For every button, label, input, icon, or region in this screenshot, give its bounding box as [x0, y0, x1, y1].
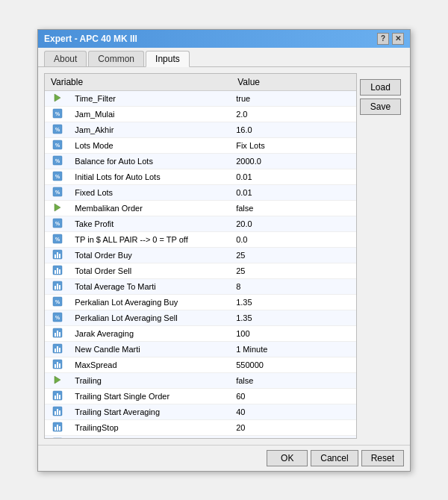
bottom-buttons: OK Cancel Reset	[38, 445, 410, 471]
row-icon-cell: %	[45, 294, 70, 310]
table-row[interactable]: % Perkalian Lot Averaging Sell 1.35	[45, 310, 356, 325]
svg-rect-52	[55, 411, 56, 415]
svg-text:%: %	[55, 158, 60, 163]
table-row[interactable]: Total Order Sell 25	[45, 263, 356, 278]
row-value: 1 Minute	[231, 341, 356, 357]
table-row[interactable]: % Initial Lots for Auto Lots 0.01	[45, 169, 356, 184]
svg-rect-39	[55, 349, 56, 352]
table-row[interactable]: MagicID 999	[45, 435, 356, 439]
row-value: 40	[231, 404, 356, 419]
row-variable: Perkalian Lot Averaging Sell	[70, 310, 231, 325]
row-value: false	[231, 200, 356, 216]
svg-rect-48	[55, 396, 56, 399]
table-row[interactable]: % Take Profit 20.0	[45, 216, 356, 231]
row-variable: MagicID	[70, 435, 231, 439]
table-row[interactable]: % Perkalian Lot Averaging Buy 1.35	[45, 294, 356, 310]
svg-rect-21	[59, 254, 60, 258]
ok-button[interactable]: OK	[267, 450, 308, 466]
row-icon-cell: %	[45, 231, 70, 247]
svg-rect-37	[59, 332, 60, 337]
svg-text:%: %	[55, 143, 60, 148]
row-value: false	[231, 372, 356, 388]
svg-rect-28	[57, 284, 58, 290]
variables-table-container[interactable]: Variable Value Time_Filter true % Jam_Mu…	[44, 73, 357, 439]
row-icon-cell	[45, 325, 70, 341]
svg-text:%: %	[55, 299, 60, 304]
row-variable: TrailingStop	[70, 419, 231, 435]
row-value: 0.01	[231, 184, 356, 200]
svg-rect-29	[59, 285, 60, 290]
svg-rect-40	[57, 346, 58, 352]
tab-bar: About Common Inputs	[38, 48, 410, 67]
table-row[interactable]: % Lots Mode Fix Lots	[45, 137, 356, 153]
row-value: Fix Lots	[231, 137, 356, 153]
col-variable: Variable	[45, 74, 231, 91]
tab-inputs[interactable]: Inputs	[146, 51, 190, 67]
table-row[interactable]: % Jam_Akhir 16.0	[45, 122, 356, 137]
reset-button[interactable]: Reset	[361, 450, 404, 466]
row-variable: Trailing Start Single Order	[70, 388, 231, 404]
row-icon-cell	[45, 435, 70, 439]
svg-text:%: %	[55, 111, 60, 116]
row-value: 25	[231, 247, 356, 263]
table-row[interactable]: New Candle Marti 1 Minute	[45, 341, 356, 357]
row-variable: Fixed Lots	[70, 184, 231, 200]
svg-text:%: %	[55, 237, 60, 242]
row-variable: Lots Mode	[70, 137, 231, 153]
row-value: 100	[231, 325, 356, 341]
save-button[interactable]: Save	[360, 99, 401, 115]
tab-common[interactable]: Common	[88, 51, 144, 66]
row-value: 60	[231, 388, 356, 404]
tab-about[interactable]: About	[44, 51, 87, 66]
svg-text:%: %	[55, 221, 60, 226]
table-row[interactable]: % TP in $ ALL PAIR --> 0 = TP off 0.0	[45, 231, 356, 247]
row-variable: Trailing Start Averaging	[70, 404, 231, 419]
row-icon-cell	[45, 247, 70, 263]
table-row[interactable]: MaxSpread 550000	[45, 357, 356, 372]
svg-rect-44	[57, 362, 58, 368]
row-icon-cell: %	[45, 184, 70, 200]
table-row[interactable]: Trailing Start Averaging 40	[45, 404, 356, 419]
row-value: 0.0	[231, 231, 356, 247]
main-area: Variable Value Time_Filter true % Jam_Mu…	[44, 73, 404, 439]
table-row[interactable]: Total Average To Marti 8	[45, 278, 356, 294]
row-variable: Total Order Sell	[70, 263, 231, 278]
row-value: 2000.0	[231, 153, 356, 169]
row-variable: Balance for Auto Lots	[70, 153, 231, 169]
table-row[interactable]: Total Order Buy 25	[45, 247, 356, 263]
svg-rect-56	[55, 427, 56, 431]
row-value: 8	[231, 278, 356, 294]
row-icon-cell: %	[45, 169, 70, 184]
table-row[interactable]: Jarak Averaging 100	[45, 325, 356, 341]
table-row[interactable]: Time_Filter true	[45, 90, 356, 106]
row-icon-cell	[45, 90, 70, 106]
row-icon-cell: %	[45, 137, 70, 153]
table-row[interactable]: Trailing false	[45, 372, 356, 388]
table-row[interactable]: % Balance for Auto Lots 2000.0	[45, 153, 356, 169]
row-icon-cell	[45, 341, 70, 357]
row-icon-cell: %	[45, 216, 70, 231]
help-button[interactable]: ?	[377, 33, 389, 45]
row-icon-cell: %	[45, 106, 70, 122]
table-row[interactable]: TrailingStop 20	[45, 419, 356, 435]
load-button[interactable]: Load	[360, 79, 401, 96]
row-value: 1.35	[231, 310, 356, 325]
table-row[interactable]: % Jam_Mulai 2.0	[45, 106, 356, 122]
row-variable: Time_Filter	[70, 90, 231, 106]
table-row[interactable]: Membalikan Order false	[45, 200, 356, 216]
svg-rect-25	[59, 269, 60, 274]
row-icon-cell	[45, 263, 70, 278]
table-row[interactable]: Trailing Start Single Order 60	[45, 388, 356, 404]
row-icon-cell: %	[45, 153, 70, 169]
row-icon-cell	[45, 388, 70, 404]
close-button[interactable]: ✕	[392, 33, 404, 45]
row-value: 20	[231, 419, 356, 435]
svg-rect-58	[59, 426, 60, 431]
row-variable: MaxSpread	[70, 357, 231, 372]
main-window: Expert - APC 40 MK III ? ✕ About Common …	[37, 29, 411, 472]
cancel-button[interactable]: Cancel	[311, 450, 358, 466]
table-row[interactable]: % Fixed Lots 0.01	[45, 184, 356, 200]
side-buttons: Load Save	[360, 73, 404, 439]
row-value: 2.0	[231, 106, 356, 122]
row-value: 550000	[231, 357, 356, 372]
